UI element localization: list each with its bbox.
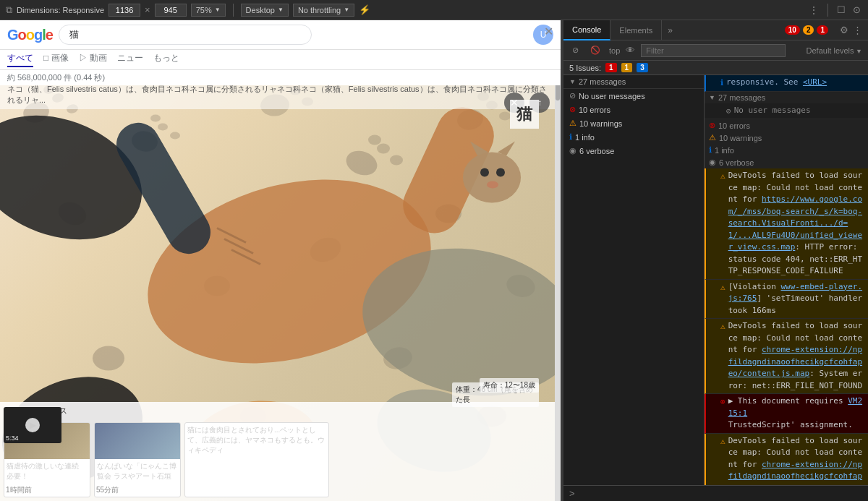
toolbar-separator-2 [827,4,828,17]
cursor-icon[interactable]: ⊙ [851,3,862,17]
news-card-1-title: 猫虐待の激しいな連続 必要！ [4,459,90,484]
issues-label: 5 Issues: [569,64,601,72]
console-input-area: > [563,485,868,501]
tab-videos[interactable]: ▷ 動画 [79,52,107,67]
issues-red-badge: 1 [605,63,617,72]
group-triangle: ▼ [709,94,715,101]
news-section-label: その他のニュース [4,406,557,416]
warn-url-ext2[interactable]: chrome-extension://npfildagndinaoofhecik… [728,460,862,486]
device-toolbar-icon[interactable]: ☐ [835,3,847,17]
no-user-msg-icon: ⊘ [726,106,731,118]
top-label[interactable]: top [609,46,620,55]
filter-input[interactable] [641,44,786,57]
27-messages-group[interactable]: ▼ 27 messages [705,92,868,103]
main-area: Google 猫 U ✕ すべて □ 画像 ▷ 動画 ニュー もっと 約 568… [0,20,868,501]
violation-warn: ⚠ [Violation www-embed-player.js:765] 's… [705,280,868,320]
settings-icon[interactable]: ⚙ [840,25,848,35]
news-card-2: なんぱいな「にゃんこ博覧会 ラスやアート石垣 55分前 [94,422,181,497]
warning-icon: ⚠ [569,119,576,128]
vertical-scrollbar[interactable] [555,56,561,501]
more-tabs-button[interactable]: » [662,25,678,35]
verbose-row[interactable]: ◉ 6 verbose [563,144,704,158]
zoom-dropdown[interactable]: 75% [191,4,226,17]
dimensions-label: Dimensions: Responsive [17,6,104,14]
kanji-overlay: 猫 [510,100,539,129]
throttling-dropdown[interactable]: No throttling [293,4,354,17]
issues-blue-badge: 3 [637,63,648,72]
eye-icon[interactable]: 👁 [626,45,635,56]
responsive-message-text: responsive. See <URL> [726,77,864,89]
devtools-tabs: Console Elements » 10 2 1 ⚙ ⋮ [563,20,868,40]
tab-news[interactable]: ニュー [117,52,143,67]
trusted-script-error: ⊗ ▶ This document requires VM215:1Truste… [705,394,868,434]
tab-elements[interactable]: Elements [610,20,662,40]
warn-url-1[interactable]: https://www.google.com/_/mss/boq-search/… [728,194,862,252]
info-message-icon: ℹ [720,77,723,90]
responsive-url-link[interactable]: <URL> [803,77,827,87]
trusted-script-loc[interactable]: VM215:1 [728,396,862,418]
clear-icon[interactable]: 🚫 [587,44,603,56]
1-info-group[interactable]: ℹ 1 info [705,144,868,156]
warn-icon-ext1: ⚠ [720,321,726,333]
tab-console[interactable]: Console [563,20,610,40]
10-warnings-group[interactable]: ⚠ 10 warnings [705,132,868,144]
warnings-group-icon: ⚠ [709,133,716,142]
cat-illustration-overlay: https://ja.wikipedia.org › wiki › ネコ ネコ … [0,56,561,501]
messages-header-row[interactable]: ▼ 27 messages [563,75,704,88]
console-prompt-icon: > [569,488,575,499]
errors-row[interactable]: ⊗ 10 errors [563,103,704,116]
verbose-icon: ◉ [569,146,576,155]
search-box[interactable]: 猫 [59,25,312,45]
close-icon[interactable]: ✕ [544,25,553,38]
device-dropdown[interactable]: Desktop [241,4,289,17]
search-query: 猫 [69,29,79,40]
6-verbose-group[interactable]: ◉ 6 verbose [705,156,868,168]
no-user-messages-row[interactable]: ⊘ No user messages [563,89,704,103]
warning-badge: 2 [803,25,814,35]
10-errors-group[interactable]: ⊗ 10 errors [705,119,868,132]
page-info-fragment2: 寿命：12〜18歳 [480,378,539,393]
no-user-msg-text: No user messages [734,105,864,117]
svg-point-12 [343,147,380,179]
play-button[interactable]: ▶ [25,418,40,432]
warnings-row[interactable]: ⚠ 10 warnings [563,116,704,130]
info-row[interactable]: ℹ 1 info [563,130,704,144]
svg-point-37 [463,153,521,203]
error-icon: ⊗ [569,105,576,114]
svg-point-39 [496,168,505,177]
info-group-label: 1 info [715,146,734,155]
toolbar-separator [233,4,234,17]
error-text-trusted: ▶ This document requires VM215:1TrustedS… [728,395,864,432]
news-card-2-title: なんぱいな「にゃんこ博覧会 ラスやアート石垣 [95,459,180,484]
devtools-warn-1: ⚠ DevTools failed to load source map: Co… [705,168,868,280]
dimension-separator: × [145,4,150,15]
console-input-field[interactable] [579,489,862,498]
height-input[interactable] [155,4,187,17]
warn-url-violation[interactable]: www-embed-player.js:765 [728,282,862,304]
tab-more[interactable]: もっと [153,52,179,67]
vertical-dots-icon[interactable]: ⋮ [853,25,862,35]
info-badge: 1 [817,25,828,35]
width-input[interactable] [109,4,140,17]
svg-point-15 [368,135,381,145]
warn-icon-violation: ⚠ [720,282,726,294]
warn-text-1: DevTools failed to load source map: Coul… [728,170,864,278]
issues-yellow-badge: 1 [621,63,633,72]
warn-url-ext1[interactable]: chrome-extension://npfildagndinaoofhecik… [728,345,862,378]
tab-all[interactable]: すべて [7,52,33,67]
tab-images[interactable]: □ 画像 [43,52,69,67]
console-content-area: ▼ 27 messages ⊘ No user messages ⊗ 10 er… [563,75,868,485]
dimensions-icon: ⧉ [6,4,12,16]
console-message-responsive: ℹ responsive. See <URL> [705,75,868,92]
svg-point-38 [480,168,489,177]
news-card-2-time: 55分前 [95,484,180,497]
result-count: 約 568,000,000 件 (0.44 秒) [0,70,561,85]
prohibit-icon[interactable]: ⊘ [569,44,582,56]
default-levels-dropdown[interactable]: Default levels [807,46,862,55]
svg-point-13 [377,144,390,154]
video-thumbnail: ▶ 5:34 [4,407,61,443]
more-options-button[interactable]: ⋮ [807,3,820,17]
errors-group-label: 10 errors [718,121,750,130]
verbose-group-icon: ◉ [709,158,716,167]
warn-icon-ext2: ⚠ [720,436,726,448]
